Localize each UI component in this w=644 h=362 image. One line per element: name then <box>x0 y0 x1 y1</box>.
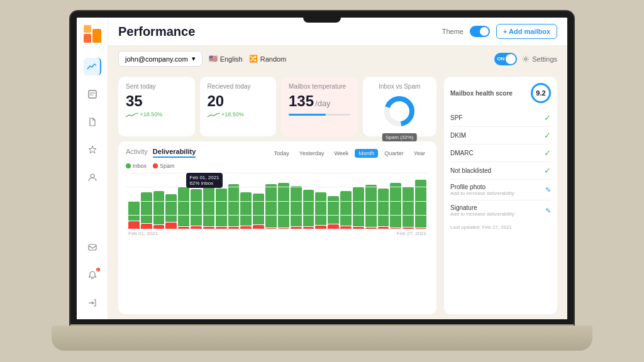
bar-group[interactable] <box>178 187 189 229</box>
spam-label: Spam (32%) <box>382 133 416 141</box>
sidebar-item-performance[interactable] <box>84 58 101 75</box>
theme-toggle[interactable] <box>470 26 490 37</box>
bar-group[interactable] <box>228 184 240 229</box>
bar-group[interactable] <box>315 192 326 229</box>
sidebar-item-user[interactable] <box>84 168 101 186</box>
bar-red <box>165 222 177 229</box>
bar-red <box>291 227 302 229</box>
svg-rect-3 <box>89 90 96 98</box>
bar-group[interactable] <box>265 184 277 229</box>
bar-group[interactable] <box>141 192 152 229</box>
health-item-sub: Add to increase deliverability <box>450 211 514 217</box>
bar-group[interactable] <box>390 183 401 229</box>
bar-green <box>128 201 140 221</box>
filter-year[interactable]: Year <box>410 149 429 158</box>
filter-week[interactable]: Week <box>330 149 352 158</box>
bar-group[interactable] <box>328 196 339 229</box>
received-today-label: Recieved today <box>208 83 269 90</box>
tab-deliverability[interactable]: Deliverability <box>153 148 196 158</box>
health-item-name: DMARC <box>450 150 474 156</box>
email-select[interactable]: john@company.com ▾ <box>118 51 203 67</box>
screen-content: 1 Performance Theme <box>77 18 567 319</box>
bar-group[interactable] <box>240 192 252 229</box>
random-select[interactable]: 🔀 Random <box>249 55 287 63</box>
svg-rect-0 <box>84 34 91 43</box>
sidebar-item-spark[interactable] <box>84 141 101 158</box>
bar-group[interactable] <box>153 191 165 229</box>
sidebar-item-bell[interactable]: 1 <box>84 266 101 284</box>
edit-icon[interactable]: ✎ <box>545 186 551 194</box>
donut-chart: Spam (32%) <box>380 92 418 130</box>
bar-group[interactable] <box>128 201 140 229</box>
health-item[interactable]: Profile photoAdd to increase deliverabil… <box>450 180 551 200</box>
bar-green <box>153 191 165 224</box>
bar-group[interactable] <box>191 189 202 229</box>
add-mailbox-button[interactable]: + Add mailbox <box>496 24 557 39</box>
health-item: Not blacklisted✓ <box>450 162 551 180</box>
sidebar-item-file[interactable] <box>84 113 101 131</box>
bar-group[interactable] <box>165 194 177 229</box>
tab-activity[interactable]: Activity <box>126 148 148 158</box>
bar-group[interactable] <box>203 186 214 229</box>
bar-group[interactable] <box>353 187 364 229</box>
language-select[interactable]: 🇺🇸 English <box>209 55 243 63</box>
bar-group[interactable] <box>303 190 314 229</box>
mailbox-temp-unit: /day <box>315 99 331 108</box>
bar-group[interactable] <box>278 183 289 229</box>
bar-red <box>128 221 140 229</box>
svg-point-10 <box>525 58 527 60</box>
bar-red <box>141 224 152 229</box>
filter-month[interactable]: Month <box>355 149 378 158</box>
left-panel: Sent today 35 +18.50% <box>118 77 436 314</box>
bar-group[interactable] <box>253 194 264 229</box>
chevron-down-icon: ▾ <box>192 55 196 63</box>
main-content: Performance Theme + Add mailbox john@com… <box>108 18 567 319</box>
bar-green <box>353 187 364 226</box>
health-item-name: SPF <box>450 114 462 121</box>
filter-today[interactable]: Today <box>270 149 293 158</box>
mailbox-temp-value: 135 <box>289 92 314 110</box>
email-value: john@company.com <box>125 55 188 63</box>
last-updated: Last updated: Feb 27, 2021 <box>450 224 551 230</box>
tooltip-date: Feb 01, 2021 <box>189 175 219 180</box>
bar-red <box>390 228 401 229</box>
chart-bars[interactable] <box>126 173 429 229</box>
bar-green <box>278 183 289 228</box>
bar-red <box>315 226 326 229</box>
bar-red <box>265 228 277 229</box>
logo-icon[interactable] <box>84 25 101 43</box>
bar-group[interactable] <box>402 187 414 229</box>
bar-green <box>378 189 389 226</box>
spam-dot <box>153 163 158 168</box>
edit-icon[interactable]: ✎ <box>545 207 551 215</box>
check-icon: ✓ <box>544 148 551 158</box>
bar-red <box>365 228 377 229</box>
sidebar-item-logout[interactable] <box>84 294 101 312</box>
bar-green <box>303 190 314 226</box>
filter-yesterday[interactable]: Yesterday <box>296 149 328 158</box>
inbox-vs-spam-label: Inbox vs Spam <box>379 83 420 90</box>
chart-dates: Feb 01, 2021 Feb 27, 2021 <box>126 231 429 236</box>
settings-button[interactable]: Settings <box>522 55 557 63</box>
sidebar-item-edit[interactable] <box>84 85 101 103</box>
laptop-notch <box>303 18 341 23</box>
health-items: SPF✓DKIM✓DMARC✓Not blacklisted✓Profile p… <box>450 109 551 221</box>
bar-group[interactable] <box>291 186 302 229</box>
laptop-screen: 1 Performance Theme <box>70 11 574 326</box>
bar-green <box>265 184 277 228</box>
health-item[interactable]: SignatureAdd to increase deliverability✎ <box>450 200 551 221</box>
bar-group[interactable] <box>340 191 352 229</box>
bar-green <box>415 180 426 228</box>
stats-row: Sent today 35 +18.50% <box>118 77 436 136</box>
health-item-name: Not blacklisted <box>450 167 491 174</box>
bar-group[interactable] <box>365 185 377 229</box>
filter-quarter[interactable]: Quarter <box>380 149 408 158</box>
on-toggle[interactable]: ON <box>494 53 517 65</box>
bar-group[interactable] <box>415 180 426 229</box>
sidebar-item-message[interactable] <box>84 239 101 256</box>
bar-group[interactable] <box>216 189 227 229</box>
bar-green <box>165 194 177 222</box>
bar-group[interactable] <box>378 189 389 229</box>
chart-tabs: Activity Deliverability <box>126 148 196 158</box>
chart-filters: Today Yesterday Week Month Quarter Year <box>270 149 429 158</box>
